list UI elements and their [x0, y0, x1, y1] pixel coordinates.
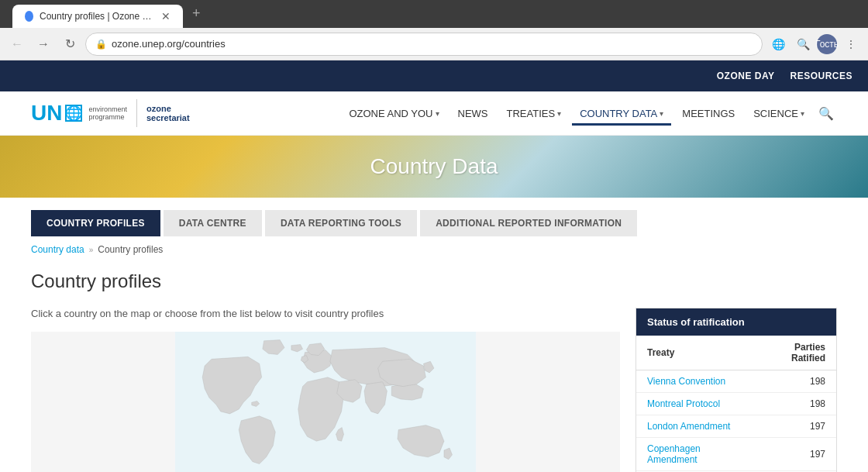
back-button[interactable]: ←	[6, 33, 28, 55]
top-nav-ozone-day[interactable]: OZONE DAY	[717, 71, 775, 81]
favicon	[25, 11, 33, 22]
breadcrumb-current: Country profiles	[98, 244, 163, 255]
active-tab[interactable]: Country profiles | Ozone Secreta... ✕	[12, 5, 183, 28]
parties-count: 197	[753, 415, 836, 438]
hero-banner: Country Data	[0, 136, 868, 198]
hero-title: Country Data	[370, 154, 498, 179]
parties-count: 198	[753, 370, 836, 393]
tab-additional-reported-information[interactable]: ADDITIONAL REPORTED INFORMATION	[420, 210, 637, 236]
world-map-svg[interactable]	[31, 332, 620, 472]
nav-news[interactable]: NEWS	[450, 102, 496, 126]
breadcrumb-separator: »	[89, 246, 94, 254]
refresh-button[interactable]: ↻	[59, 33, 81, 55]
lock-icon: 🔒	[95, 39, 107, 50]
chevron-down-icon: ▾	[436, 109, 439, 118]
logo-area: UN 🌐 environment programme ozone secreta…	[31, 99, 190, 127]
col-treaty-header: Treaty	[636, 336, 753, 370]
search-icon[interactable]: 🔍	[815, 103, 837, 124]
treaty-name[interactable]: Montreal Protocol	[636, 393, 753, 415]
content-layout: Click a country on the map or choose fro…	[31, 308, 837, 472]
page-title: Country profiles	[31, 270, 837, 292]
translate-button[interactable]: 🌐	[767, 33, 789, 55]
tab-title: Country profiles | Ozone Secreta...	[40, 11, 152, 22]
parties-count: 197	[753, 438, 836, 471]
map-instruction: Click a country on the map or choose fro…	[31, 308, 620, 319]
main-content: Country profiles Click a country on the …	[0, 263, 868, 472]
address-text: ozone.unep.org/countries	[112, 38, 226, 50]
table-row[interactable]: Montreal Protocol 198	[636, 393, 836, 415]
tab-data-reporting-tools[interactable]: DATA REPORTING TOOLS	[265, 210, 417, 236]
nav-country-data[interactable]: COUNTRY DATA ▾	[572, 102, 671, 126]
chevron-down-icon: ▾	[557, 109, 561, 118]
chevron-down-icon: ▾	[801, 109, 804, 118]
treaty-name[interactable]: London Amendment	[636, 415, 753, 438]
nav-science[interactable]: SCIENCE ▾	[746, 102, 812, 126]
un-programme-text: environment programme	[88, 105, 127, 121]
ozone-secretariat-text: ozone secretariat	[146, 104, 190, 122]
logo-divider	[136, 99, 137, 127]
breadcrumb-country-data[interactable]: Country data	[31, 244, 84, 255]
treaty-name[interactable]: Vienna Convention	[636, 370, 753, 393]
new-tab-button[interactable]: +	[186, 2, 207, 25]
nav-meetings[interactable]: MEETINGS	[674, 102, 742, 126]
parties-count: 198	[753, 393, 836, 415]
status-table-header: Status of ratification	[636, 308, 836, 336]
world-map[interactable]	[31, 332, 620, 472]
browser-tabs: Country profiles | Ozone Secreta... ✕ +	[0, 0, 868, 28]
main-header: UN 🌐 environment programme ozone secreta…	[0, 91, 868, 136]
tab-country-profiles[interactable]: COUNTRY PROFILES	[31, 210, 160, 236]
table-row[interactable]: Vienna Convention 198	[636, 370, 836, 393]
top-nav-bar: OZONE DAY RESOURCES	[0, 60, 868, 91]
breadcrumb: Country data » Country profiles	[0, 236, 868, 263]
treaty-name[interactable]: Copenhagen Amendment	[636, 438, 753, 471]
forward-button[interactable]: →	[33, 33, 54, 55]
browser-toolbar: ← → ↻ 🔒 ozone.unep.org/countries 🌐 🔍 Гос…	[0, 28, 868, 60]
address-bar[interactable]: 🔒 ozone.unep.org/countries	[85, 33, 763, 56]
tab-close-button[interactable]: ✕	[161, 10, 170, 22]
col-parties-header: Parties Ratified	[753, 336, 836, 370]
un-logo: UN 🌐	[31, 101, 82, 126]
user-avatar[interactable]: Гость	[817, 34, 837, 54]
table-row[interactable]: London Amendment 197	[636, 415, 836, 438]
nav-treaties[interactable]: TREATIES ▾	[499, 102, 570, 126]
status-table-container: Status of ratification Treaty Parties Ra…	[636, 308, 837, 472]
toolbar-right: 🌐 🔍 Гость ⋮	[767, 33, 862, 55]
table-row[interactable]: Copenhagen Amendment 197	[636, 438, 836, 471]
main-navigation: OZONE AND YOU ▾ NEWS TREATIES ▾ COUNTRY …	[341, 102, 837, 126]
sub-navigation: COUNTRY PROFILES DATA CENTRE DATA REPORT…	[0, 198, 868, 236]
ratification-table: Treaty Parties Ratified Vienna Conventio…	[636, 336, 836, 472]
un-text: UN	[31, 101, 62, 126]
search-button[interactable]: 🔍	[792, 33, 814, 55]
un-globe-icon: 🌐	[65, 105, 82, 122]
map-section: Click a country on the map or choose fro…	[31, 308, 620, 472]
menu-button[interactable]: ⋮	[840, 33, 862, 55]
top-nav-resources[interactable]: RESOURCES	[790, 71, 852, 81]
tab-data-centre[interactable]: DATA CENTRE	[164, 210, 262, 236]
nav-ozone-and-you[interactable]: OZONE AND YOU ▾	[341, 102, 446, 126]
chevron-down-icon: ▾	[660, 109, 663, 118]
